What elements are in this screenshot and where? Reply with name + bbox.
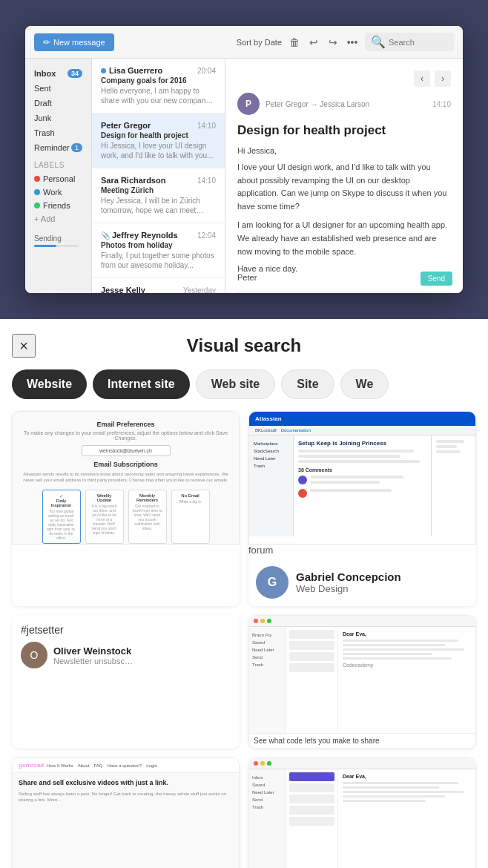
sender-name: Jeffrey Reynolds — [112, 231, 178, 240]
atlassian-sidebar: Marketplace StackSearch Need Later Trash — [249, 435, 294, 536]
gumroad-sub: Selling stuff has always been a pain. No… — [19, 791, 233, 803]
ec-line-2 — [343, 644, 445, 646]
right-item-1 — [436, 440, 464, 443]
sidebar-item-reminder[interactable]: Reminder 1 — [25, 140, 91, 155]
dot-yellow — [260, 619, 265, 623]
ec-item-inbox: Inbox — [252, 774, 283, 781]
ec-list — [286, 627, 338, 733]
next-email-button[interactable]: › — [435, 70, 451, 87]
oliver-card[interactable]: #jetsetter O Oliver Weinstock Newsletter… — [12, 615, 240, 749]
ec-line-3b — [343, 791, 464, 793]
add-label-button[interactable]: + Add — [25, 212, 91, 226]
gumroad-card[interactable]: gumroad How It Works About FAQ Have a qu… — [12, 757, 240, 868]
ec-list-item-4b — [289, 806, 334, 815]
email-item-peter[interactable]: Peter Gregor 14:10 Design for health pro… — [92, 114, 225, 168]
label-work[interactable]: Work — [25, 185, 91, 199]
search-input[interactable] — [389, 38, 448, 47]
personal-dot — [34, 176, 40, 182]
result-card-email-prefs[interactable]: Email Preferences To make any changes to… — [12, 411, 240, 606]
search-box[interactable]: 🔍 — [365, 33, 454, 51]
atlassian-right — [431, 435, 475, 536]
right-item-2 — [436, 445, 457, 448]
ec-line-5b — [343, 800, 426, 802]
dot-green — [267, 619, 271, 623]
new-message-button[interactable]: ✏ New message — [34, 33, 114, 51]
email-subject: Meeting Zürich — [101, 186, 216, 194]
label-friends[interactable]: Friends — [25, 199, 91, 212]
mock-email-field: weinstock@bluewin.ch — [82, 445, 171, 456]
bottom-results: #jetsetter O Oliver Weinstock Newsletter… — [0, 615, 488, 868]
prev-email-button[interactable]: ‹ — [414, 70, 430, 87]
labels-section: Labels — [25, 155, 91, 172]
author-row-gabriel: G Gabriel Concepcion Web Design — [248, 559, 476, 606]
label-personal[interactable]: Personal — [25, 172, 91, 185]
sender-name: Lisa Guerrero — [109, 66, 162, 75]
ec-header-2 — [249, 758, 475, 769]
mock-cb-none: No Email While a dip in — [171, 490, 210, 544]
email-app-screenshot: ✏ New message Sort by Date 🗑 ↩ ↪ ••• 🔍 I… — [0, 0, 488, 319]
comment-text-1 — [310, 476, 426, 486]
email-client-mock: Braun Fry Saved Need Later Send Trash De… — [248, 615, 476, 749]
atlassian-thumbnail: Atlassian BKLocksdf Documentation Market… — [248, 411, 476, 545]
detail-subject: Design for health project — [237, 122, 451, 139]
mock-pref-title: Email Preferences — [96, 421, 154, 428]
gumroad-headline: Share and sell exclusive videos with jus… — [19, 779, 233, 788]
email-client-card[interactable]: Braun Fry Saved Need Later Send Trash De… — [248, 615, 476, 749]
mock-cb-monthly: Monthly Reminders Get inspired to travel… — [128, 490, 167, 544]
email-item-lisa[interactable]: Lisa Guerrero 20:04 Company goals for 20… — [92, 59, 225, 114]
delete-icon[interactable]: 🗑 — [288, 36, 301, 49]
ec-item-need-later-2: Need Later — [252, 789, 283, 796]
email-item-jesse[interactable]: Jesse Kelly Yesterday UI/UX Designer nee… — [92, 278, 225, 293]
junk-label: Junk — [34, 114, 51, 122]
gabriel-name: Gabriel Concepcion — [296, 571, 401, 583]
atlassian-main-title: Setup Keep is Joining Princess — [298, 440, 426, 447]
detail-greeting: Hi Jessica, — [237, 146, 451, 155]
atlassian-comments: 38 Comments — [298, 467, 426, 473]
from-to-line: Peter Gregor → Jessica Larson — [266, 100, 426, 108]
ec-line-1b — [343, 782, 458, 784]
email-item-jeffrey[interactable]: 📎 Jeffrey Reynolds 12:04 Photos from hol… — [92, 223, 225, 278]
email-time: 20:04 — [197, 67, 216, 75]
comment-line-2 — [310, 481, 380, 484]
email-window: ✏ New message Sort by Date 🗑 ↩ ↪ ••• 🔍 I… — [25, 26, 463, 293]
oliver-avatar: O — [21, 642, 47, 668]
result-card-forum[interactable]: Atlassian BKLocksdf Documentation Market… — [248, 411, 476, 606]
ec-list-item-3 — [289, 652, 334, 661]
tag-we[interactable]: We — [340, 369, 389, 399]
inbox-badge: 34 — [67, 69, 82, 78]
gumroad-body: Share and sell exclusive videos with jus… — [13, 773, 239, 809]
gumroad-logo: gumroad — [19, 762, 44, 769]
ec-item-saved: Saved — [252, 639, 283, 646]
sidebar-item-junk[interactable]: Junk — [25, 111, 91, 125]
tag-site[interactable]: Site — [281, 369, 334, 399]
more-icon[interactable]: ••• — [346, 36, 359, 49]
unread-indicator — [101, 68, 106, 73]
ec-list-2 — [286, 769, 338, 868]
close-button[interactable]: × — [12, 334, 36, 358]
email-list: Lisa Guerrero 20:04 Company goals for 20… — [92, 59, 225, 293]
ec-list-item-purple — [289, 772, 334, 781]
sidebar-item-draft[interactable]: Draft — [25, 96, 91, 111]
sidebar-item-trash[interactable]: Trash — [25, 125, 91, 140]
email-time: Yesterday — [183, 286, 216, 294]
sent-label: Sent — [34, 84, 51, 93]
sidebar-item-sent[interactable]: Sent — [25, 81, 91, 96]
email-item-sara[interactable]: Sara Richardson 14:10 Meeting Zürich Hey… — [92, 168, 225, 223]
tag-website[interactable]: Website — [12, 369, 87, 399]
atlassian-sidebar-item-4: Trash — [254, 462, 288, 470]
tag-web-site[interactable]: Web site — [196, 369, 276, 399]
email-preview: Hello everyone, I am happy to share with… — [101, 86, 216, 105]
visual-search-section: × Visual search Website Internet site We… — [0, 319, 488, 868]
visual-search-header: × Visual search — [0, 319, 488, 369]
sidebar-item-inbox[interactable]: Inbox 34 — [25, 66, 91, 81]
ec-caption: See what code lets you make to share — [249, 733, 475, 748]
forward-icon[interactable]: ↪ — [326, 36, 340, 49]
detail-body-2: I am looking for a UI designer for an up… — [237, 219, 451, 258]
email-client-card-2[interactable]: Inbox Saved Need Later Send Trash — [248, 757, 476, 868]
send-reply-button[interactable]: Send — [421, 272, 452, 286]
reply-icon[interactable]: ↩ — [307, 36, 320, 49]
tag-internet-site[interactable]: Internet site — [93, 369, 190, 399]
draft-label: Draft — [34, 99, 52, 108]
email-client-mock-2: Inbox Saved Need Later Send Trash — [248, 757, 476, 868]
comment-avatar-2 — [298, 489, 307, 498]
